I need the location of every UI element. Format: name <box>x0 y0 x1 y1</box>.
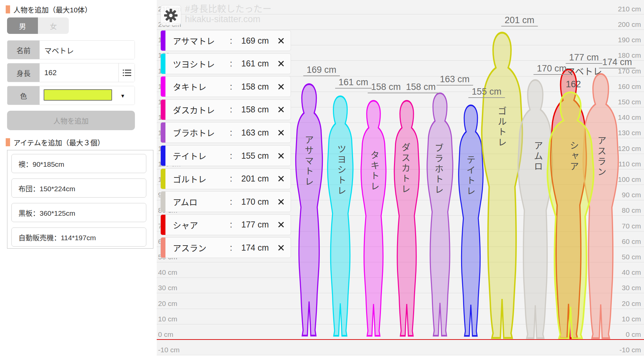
silhouette-アサマトレ[interactable] <box>296 84 322 336</box>
list-icon <box>122 69 131 76</box>
figure-height-label: 169 cm <box>303 65 340 76</box>
name-input[interactable] <box>40 45 135 55</box>
item-vending-machine[interactable]: 自動販売機：114*197cm <box>11 227 146 247</box>
person-color-bar <box>161 100 165 120</box>
person-name: アスラン <box>173 238 206 258</box>
tab-female[interactable]: 女 <box>38 17 69 34</box>
person-color-bar <box>161 54 165 74</box>
remove-person-button[interactable] <box>275 192 287 212</box>
remove-person-button[interactable] <box>275 169 287 189</box>
person-color-bar <box>161 31 165 51</box>
item-futon[interactable]: 布団：150*224cm <box>11 178 146 198</box>
figure-height-label: 155 cm <box>468 87 505 98</box>
height-input[interactable] <box>40 68 118 77</box>
figure-height-label: 201 cm <box>501 15 538 27</box>
close-icon <box>278 130 284 136</box>
figure-name-label: アムロ <box>531 141 544 172</box>
close-icon <box>278 245 284 251</box>
person-height-value: 174 cm <box>222 238 269 258</box>
person-name: ツヨシトレ <box>173 54 215 74</box>
remove-person-button[interactable] <box>275 146 287 166</box>
figure-height-label: 174 cm <box>599 57 636 68</box>
figure-name-label: タキトレ <box>368 150 381 192</box>
person-row-シャア[interactable]: シャア:177 cm <box>160 214 291 235</box>
remove-person-button[interactable] <box>275 31 287 51</box>
silhouette-ツヨシトレ[interactable] <box>328 96 353 336</box>
person-color-bar <box>161 122 165 143</box>
person-height-value: 163 cm <box>222 122 269 143</box>
remove-person-button[interactable] <box>275 215 287 235</box>
person-row-ダスカトレ[interactable]: ダスカトレ:158 cm <box>160 99 291 120</box>
gear-icon <box>164 9 178 22</box>
silhouette-アムロ[interactable] <box>518 80 552 338</box>
person-color-bar <box>161 215 165 235</box>
height-comparison-chart: #身長比較したったー hikaku-sitatter.com 210 cm210… <box>157 0 644 362</box>
tab-male[interactable]: 男 <box>7 17 38 34</box>
person-color-bar <box>161 238 165 258</box>
item-blackboard[interactable]: 黒板：360*125cm <box>11 203 146 222</box>
figure-height-label: 177 cm <box>566 52 602 64</box>
close-icon <box>278 61 284 66</box>
color-swatch[interactable] <box>44 89 112 101</box>
figure-height-label: 161 cm <box>335 77 372 89</box>
figure-height-label: 163 cm <box>437 74 473 86</box>
name-row: 名前 <box>7 40 135 59</box>
person-height-value: 158 cm <box>222 100 269 120</box>
person-color-bar <box>161 169 165 189</box>
person-name: ゴルトレ <box>173 169 206 189</box>
settings-button[interactable] <box>160 5 181 25</box>
person-section-title: 人物を追加（最大10体） <box>13 4 92 14</box>
preview-height: 162 <box>566 78 602 91</box>
remove-person-button[interactable] <box>275 238 287 258</box>
section-accent-bar <box>6 5 10 13</box>
person-row-ツヨシトレ[interactable]: ツヨシトレ:161 cm <box>160 53 291 74</box>
color-dropdown-arrow[interactable]: ▼ <box>120 93 125 98</box>
section-accent-bar <box>6 138 10 146</box>
figure-name-label: アサマトレ <box>302 135 315 187</box>
height-preset-list-button[interactable] <box>118 63 135 82</box>
figure-name-label: ツヨシトレ <box>335 144 348 196</box>
preview-person-label: マベトレ162 <box>566 66 602 91</box>
close-icon <box>278 38 284 44</box>
close-icon <box>278 107 284 112</box>
person-row-ゴルトレ[interactable]: ゴルトレ:201 cm <box>160 168 291 189</box>
color-row: 色 ▼ <box>7 86 135 105</box>
close-icon <box>278 222 284 227</box>
silhouette-ダスカトレ[interactable] <box>394 101 419 336</box>
item-section-title: アイテムを追加（最大３個） <box>13 137 104 147</box>
person-height-value: 155 cm <box>222 146 269 166</box>
silhouette-テイトレ[interactable] <box>459 105 483 336</box>
person-name: テイトレ <box>173 146 206 166</box>
person-row-ブラホトレ[interactable]: ブラホトレ:163 cm <box>160 122 291 143</box>
item-list: 襖：90*185cm 布団：150*224cm 黒板：360*125cm 自動販… <box>7 150 153 249</box>
silhouette-タキトレ[interactable] <box>361 101 386 336</box>
person-row-タキトレ[interactable]: タキトレ:158 cm <box>160 76 291 97</box>
person-name: シャア <box>173 215 198 235</box>
silhouette-ゴルトレ[interactable] <box>482 33 523 338</box>
remove-person-button[interactable] <box>275 100 287 120</box>
silhouette-ブラホトレ[interactable] <box>427 93 453 336</box>
add-person-button[interactable]: 人物を追加 <box>7 111 135 130</box>
person-row-アムロ[interactable]: アムロ:170 cm <box>160 191 291 212</box>
person-name: ダスカトレ <box>173 100 215 120</box>
person-height-value: 161 cm <box>222 54 269 74</box>
person-row-アスラン[interactable]: アスラン:174 cm <box>160 237 291 258</box>
person-section-header: 人物を追加（最大10体） <box>6 5 92 14</box>
figure-name-label: ブラホトレ <box>432 143 445 195</box>
figure-name-label: シャア <box>567 141 580 172</box>
person-name: タキトレ <box>173 76 206 97</box>
item-section-header: アイテムを追加（最大３個） <box>6 138 104 147</box>
remove-person-button[interactable] <box>275 76 287 97</box>
close-icon <box>278 199 284 205</box>
remove-person-button[interactable] <box>275 54 287 74</box>
item-fusuma[interactable]: 襖：90*185cm <box>11 154 146 173</box>
person-row-アサマトレ[interactable]: アサマトレ:169 cm <box>160 30 291 51</box>
person-row-テイトレ[interactable]: テイトレ:155 cm <box>160 145 291 166</box>
figure-name-label: ゴルトレ <box>495 106 508 148</box>
remove-person-button[interactable] <box>275 122 287 143</box>
height-row: 身長 <box>7 63 135 82</box>
color-label: 色 <box>7 86 40 105</box>
person-color-bar <box>161 76 165 97</box>
sidebar: 人物を追加（最大10体） 男 女 名前 身長 色 <box>0 0 157 362</box>
preview-silhouette-マベトレ[interactable] <box>547 92 594 338</box>
